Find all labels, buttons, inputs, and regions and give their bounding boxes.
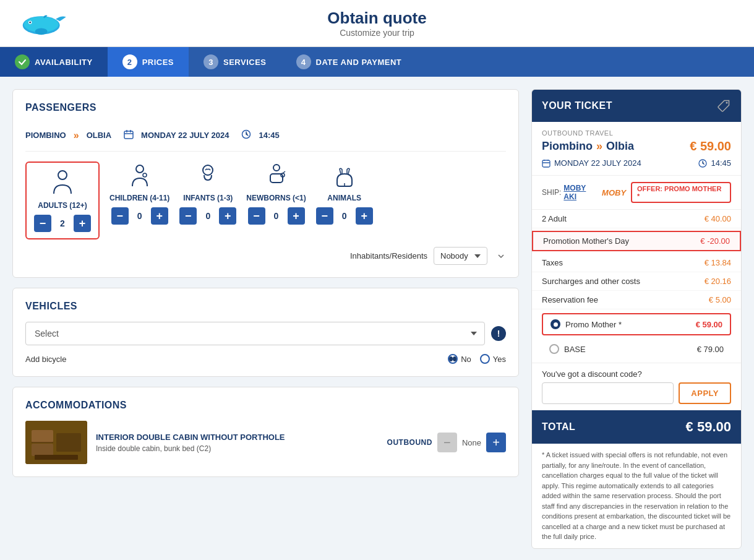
passengers-card: PASSENGERS PIOMBINO » OLBIA MONDAY 22 JU… <box>12 89 519 278</box>
promo-radio-row: Promo Mother * <box>551 319 622 329</box>
page-header: Obtain quote Customize your trip <box>0 0 754 47</box>
base-option[interactable]: BASE € 79.00 <box>542 339 731 359</box>
children-label: CHILDREN (4-11) <box>109 194 169 202</box>
route-from: PIOMBINO <box>25 131 66 140</box>
discount-label: You've got a discount code? <box>542 369 731 379</box>
base-radio-empty <box>549 344 559 354</box>
discount-row: APPLY <box>542 382 731 404</box>
ticket-outbound-section: OUTBOUND TRAVEL Piombino » Olbia € 59.00… <box>532 122 741 176</box>
ticket-reservation-amount: € 5.00 <box>709 295 731 304</box>
bicycle-no-label: No <box>461 355 471 364</box>
step-3-circle: 3 <box>203 54 218 69</box>
apply-button[interactable]: APPLY <box>679 382 731 404</box>
accommodation-item: INTERIOR DOUBLE CABIN WITHOUT PORTHOLE I… <box>25 421 506 464</box>
ticket-header-title: YOUR TICKET <box>542 100 612 111</box>
svg-rect-16 <box>32 444 53 456</box>
passenger-children: CHILDREN (4-11) − 0 + <box>109 162 169 225</box>
animals-decrement-button[interactable]: − <box>316 207 333 225</box>
adult-increment-button[interactable]: + <box>74 215 91 232</box>
ticket-panel: YOUR TICKET OUTBOUND TRAVEL Piombino » O… <box>531 89 742 549</box>
accommodations-card: ACCOMMODATIONS <box>12 387 519 477</box>
accommodation-increment-button[interactable]: + <box>486 433 506 452</box>
step-payment[interactable]: 4 DATE AND PAYMENT <box>281 47 417 77</box>
infants-decrement-button[interactable]: − <box>179 207 197 225</box>
page-subtitle: Customize your trip <box>327 28 426 38</box>
bicycle-no-radio[interactable] <box>448 354 458 364</box>
base-label: BASE <box>564 345 586 354</box>
newborns-counter: − 0 + <box>248 207 305 225</box>
children-counter: − 0 + <box>111 207 168 225</box>
newborns-decrement-button[interactable]: − <box>248 207 265 225</box>
ticket-ship-offer-row: SHIP: MOBY AKI MOBY OFFER: PROMO MOTHER … <box>532 176 741 210</box>
ticket-date-row: MONDAY 22 JULY 2024 14:45 <box>542 158 731 168</box>
step-check-icon <box>15 54 30 69</box>
adult-icon <box>50 169 75 196</box>
infants-increment-button[interactable]: + <box>219 207 236 225</box>
ticket-time: 14:45 <box>711 158 731 168</box>
ticket-to: Olbia <box>606 140 634 153</box>
bicycle-radio-group: No Yes <box>448 354 506 364</box>
bicycle-no-option[interactable]: No <box>448 354 471 364</box>
ticket-calendar-icon <box>542 159 551 168</box>
passengers-title: PASSENGERS <box>25 102 506 113</box>
accommodation-name: INTERIOR DOUBLE CABIN WITHOUT PORTHOLE <box>96 433 379 442</box>
discount-section: You've got a discount code? APPLY <box>532 363 741 410</box>
children-decrement-button[interactable]: − <box>111 207 129 225</box>
step-availability[interactable]: AVAILABILITY <box>0 47 108 77</box>
accommodations-title: ACCOMMODATIONS <box>25 400 506 411</box>
route-chevrons-icon: » <box>74 130 79 141</box>
ticket-route-chevrons-icon: » <box>596 140 602 153</box>
bicycle-yes-option[interactable]: Yes <box>480 354 506 364</box>
route-bar: PIOMBINO » OLBIA MONDAY 22 JULY 2024 14:… <box>25 123 506 152</box>
newborns-count: 0 <box>268 211 285 221</box>
svg-point-19 <box>726 102 728 104</box>
ticket-line-taxes: Taxes € 13.84 <box>532 254 741 272</box>
newborn-icon <box>264 162 289 189</box>
ship-name[interactable]: MOBY AKI <box>563 184 599 201</box>
step-services[interactable]: 3 SERVICES <box>189 47 281 77</box>
infants-count: 0 <box>199 211 216 221</box>
right-panel: YOUR TICKET OUTBOUND TRAVEL Piombino » O… <box>531 89 742 549</box>
vehicle-info-icon[interactable]: ! <box>491 326 506 341</box>
adult-count: 2 <box>54 218 71 228</box>
children-increment-button[interactable]: + <box>151 207 168 225</box>
animals-label: ANIMALS <box>327 194 361 202</box>
step-prices[interactable]: 2 PRICES <box>108 47 189 77</box>
animals-count: 0 <box>336 211 353 221</box>
offer-label: OFFER: <box>637 185 662 192</box>
children-count: 0 <box>131 211 148 221</box>
discount-input[interactable] <box>542 382 674 404</box>
residents-select[interactable]: Nobody <box>434 247 487 265</box>
ticket-line-label: 2 Adult <box>542 214 567 223</box>
offer-box: OFFER: PROMO MOTHER * <box>631 182 731 203</box>
animals-increment-button[interactable]: + <box>356 207 373 225</box>
adult-decrement-button[interactable]: − <box>34 215 51 232</box>
newborns-label: NEWBORNS (<1) <box>246 194 306 202</box>
cabin-thumbnail-icon <box>25 421 87 464</box>
newborns-increment-button[interactable]: + <box>288 207 305 225</box>
svg-rect-15 <box>32 430 53 442</box>
base-amount: € 79.00 <box>697 345 724 354</box>
ticket-line-promotion: Promotion Mother's Day € -20.00 <box>532 231 741 251</box>
svg-rect-5 <box>124 131 133 139</box>
ticket-clock-icon <box>698 159 707 168</box>
step-2-label: PRICES <box>142 58 174 67</box>
promo-option-selected[interactable]: Promo Mother * € 59.00 <box>542 313 731 335</box>
ticket-header: YOUR TICKET <box>532 90 741 122</box>
ticket-from: Piombino <box>542 140 593 153</box>
ticket-price-lines: 2 Adult € 40.00 Promotion Mother's Day €… <box>532 210 741 309</box>
accommodation-decrement-button[interactable]: − <box>437 433 457 452</box>
bicycle-yes-radio[interactable] <box>480 354 490 364</box>
adult-label: ADULTS (12+) <box>38 201 87 210</box>
vehicle-select[interactable]: Select <box>25 322 485 345</box>
step-1-label: AVAILABILITY <box>35 58 93 67</box>
ticket-line-reservation: Reservation fee € 5.00 <box>532 291 741 309</box>
whale-logo-icon <box>19 9 68 37</box>
step-2-circle: 2 <box>122 54 137 69</box>
svg-point-7 <box>58 171 67 179</box>
ticket-date-block: MONDAY 22 JULY 2024 <box>542 158 641 168</box>
ticket-taxes-label: Taxes <box>542 258 563 267</box>
ticket-line-adults: 2 Adult € 40.00 <box>532 210 741 228</box>
ticket-price-main: € 59.00 <box>690 139 731 153</box>
svg-rect-20 <box>542 160 550 167</box>
